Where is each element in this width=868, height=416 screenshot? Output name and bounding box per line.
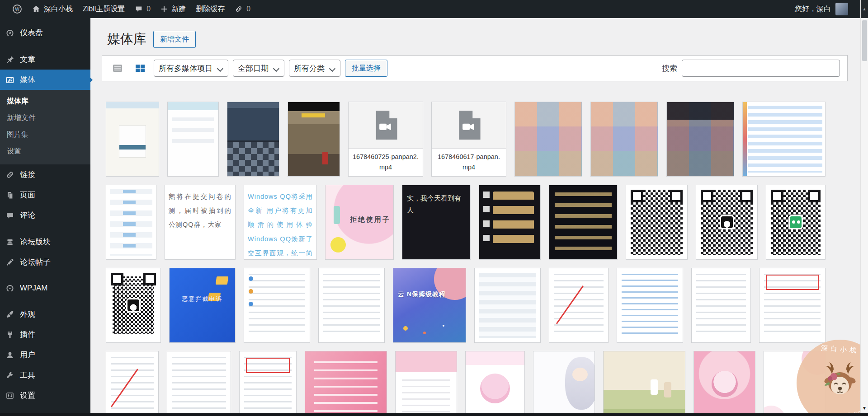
sidebar-item-wpjam[interactable]: WPJAM [0, 279, 90, 298]
submenu-settings[interactable]: 设置 [0, 143, 90, 160]
brush-icon [5, 310, 14, 319]
media-item-photo-collage[interactable] [515, 102, 582, 176]
media-item-code-screenshot[interactable] [743, 102, 825, 176]
sidebar-item-posts[interactable]: 文章 [0, 49, 90, 70]
media-item-illustration-pink[interactable]: 拒绝使用子 [326, 185, 393, 259]
sidebar-item-tools[interactable]: 工具 [0, 365, 90, 385]
media-item-anime-anya[interactable] [694, 351, 755, 416]
media-item-banner-pink[interactable] [305, 351, 387, 416]
video-file-glyph [457, 111, 481, 140]
scrollbar-thumb[interactable] [862, 20, 867, 61]
scroll-down-arrow[interactable]: ▼ [861, 406, 868, 411]
bottom-edge-strip [0, 413, 868, 416]
media-item-chat-dark-2[interactable] [549, 185, 617, 259]
site-name: 深白小栈 [44, 5, 73, 14]
media-item-doc-text[interactable] [319, 268, 384, 342]
sidebar-item-comments[interactable]: 评论 [0, 205, 90, 225]
media-item-qr-code-qq-light[interactable] [106, 268, 160, 342]
media-item-anime-pink[interactable] [466, 351, 524, 416]
media-item-chat-dark[interactable]: 实，我今天看到有人 [402, 185, 470, 259]
bulk-select-button[interactable]: 批量选择 [345, 60, 387, 77]
sidebar-item-dashboard[interactable]: 仪表盘 [0, 23, 90, 43]
add-new-file-button[interactable]: 新增文件 [153, 31, 196, 48]
forum-sections-icon [5, 238, 14, 247]
submenu-media-library[interactable]: 媒体库 [0, 93, 90, 110]
comments-indicator[interactable]: 0 [130, 0, 156, 18]
media-item-doc-red-box[interactable] [760, 268, 825, 342]
wechat-logo-icon [788, 215, 803, 229]
media-item-doc-red-box[interactable] [240, 351, 296, 416]
media-item-browser-screenshot-2[interactable] [168, 102, 218, 176]
video-file-glyph [374, 111, 397, 140]
new-content-button[interactable]: 新建 [156, 0, 191, 18]
media-item-anime-white[interactable] [533, 351, 594, 416]
forum-posts-icon [5, 258, 14, 267]
media-item-doc-text[interactable] [167, 351, 231, 416]
main-content: 媒体库 新增文件 所有多媒体项目 全部日期 所有分类 批量选择 搜索 16784… [90, 0, 868, 416]
media-item-gradient-card[interactable]: 云 N保姆级教程 [393, 268, 466, 342]
sidebar-item-users[interactable]: 用户 [0, 345, 90, 365]
video-file-icon [432, 102, 506, 148]
list-view-button[interactable] [108, 60, 127, 77]
media-item-pink-card[interactable] [396, 351, 457, 416]
wpjam-icon [5, 284, 14, 293]
sidebar-item-forum-sections[interactable]: 论坛版块 [0, 232, 90, 252]
theme-settings-link[interactable]: Zibll主题设置 [78, 0, 130, 18]
wordpress-logo-icon[interactable]: W [7, 0, 27, 18]
media-item-banner-blue[interactable]: 恶意拦截申诉 [170, 268, 235, 342]
media-item-doc-red-mark[interactable] [106, 351, 158, 416]
submenu-galleries[interactable]: 图片集 [0, 126, 90, 143]
grid-view-icon [135, 64, 145, 72]
search-input[interactable] [682, 60, 840, 77]
category-filter[interactable]: 所有分类 [289, 60, 340, 77]
media-submenu: 媒体库 新增文件 图片集 设置 [0, 90, 90, 164]
media-item-browser-screenshot[interactable] [106, 102, 159, 176]
list-view-icon [113, 64, 123, 72]
clear-cache-button[interactable]: 删除缓存 [191, 0, 230, 18]
media-item-chat-dark-gold[interactable] [479, 185, 540, 259]
qr-pattern [631, 190, 683, 255]
media-item-video-file[interactable]: 1678460617-panpan.mp4 [432, 102, 506, 176]
sidebar-item-pages[interactable]: 页面 [0, 185, 90, 205]
submenu-add-new[interactable]: 新增文件 [0, 110, 90, 126]
grid-view-button[interactable] [131, 60, 149, 77]
media-item-doc-table[interactable] [475, 268, 540, 342]
thumbnail-text: 拒绝使用子 [350, 213, 391, 226]
thumbnail-text: 实，我今天看到有人 [402, 185, 470, 259]
sidebar-item-links[interactable]: 链接 [0, 164, 90, 185]
sidebar-item-appearance[interactable]: 外观 [0, 304, 90, 324]
media-item-video-file[interactable]: 1678460725-panpan2.mp4 [349, 102, 423, 176]
media-item-doc-text[interactable] [692, 268, 750, 342]
user-greeting[interactable]: 您好，深白 [795, 5, 831, 14]
media-item-text-note[interactable]: 鹅将在提交问卷的测，届时被抽到的公测QQ群，大家 [165, 185, 235, 259]
date-filter[interactable]: 全部日期 [233, 60, 284, 77]
media-item-qr-code-wechat[interactable] [766, 185, 825, 259]
media-item-qr-code-qq[interactable] [696, 185, 757, 259]
sidebar-item-plugins[interactable]: 插件 [0, 324, 90, 345]
vertical-scrollbar[interactable]: ▲ ▼ [860, 0, 868, 416]
scroll-up-arrow[interactable]: ▲ [861, 0, 868, 18]
media-item-phone-screenshot-dark[interactable] [227, 102, 279, 176]
media-item-table-screenshot[interactable] [106, 185, 156, 259]
media-item-text-note[interactable]: Windows QQ将采用全新 用户将有更加顺滑的使用体验 Windows QQ… [244, 185, 316, 259]
media-item-qr-code[interactable] [626, 185, 687, 259]
media-item-photo-collage-dark[interactable] [667, 102, 734, 176]
thumbnail-text: 恶意拦截申诉 [170, 268, 235, 342]
comment-icon [135, 5, 143, 13]
sidebar-item-settings[interactable]: 设置 [0, 385, 90, 406]
sidebar-item-forum-posts[interactable]: 论坛帖子 [0, 252, 90, 272]
media-item-doc-links[interactable] [617, 268, 683, 342]
search-label: 搜索 [662, 63, 677, 74]
media-item-doc-chat[interactable] [244, 268, 310, 342]
user-avatar[interactable] [835, 3, 848, 15]
media-item-anime-field[interactable] [604, 351, 685, 416]
media-item-photo-collage[interactable] [591, 102, 658, 176]
site-home-link[interactable]: 深白小栈 [27, 0, 78, 18]
media-item-video-frame[interactable] [288, 102, 340, 176]
media-item-doc-red-mark[interactable] [549, 268, 608, 342]
home-icon [32, 5, 40, 13]
links-indicator[interactable]: 0 [230, 0, 255, 18]
media-toolbar: 所有多媒体项目 全部日期 所有分类 批量选择 搜索 [102, 55, 848, 81]
media-type-filter[interactable]: 所有多媒体项目 [154, 60, 228, 77]
sidebar-item-media[interactable]: 媒体 [0, 70, 90, 90]
